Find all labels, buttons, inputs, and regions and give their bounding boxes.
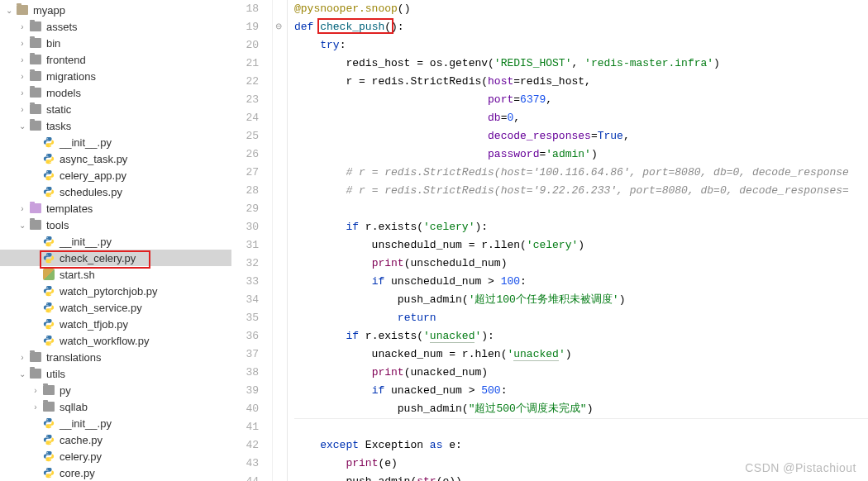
tree-item-cache-py[interactable]: cache.py (0, 431, 231, 448)
folder-icon (30, 121, 41, 131)
tree-item-migrations[interactable]: ›migrations (0, 68, 231, 84)
tree-item-sqllab[interactable]: ›sqllab (0, 398, 231, 415)
tree-item-models[interactable]: ›models (0, 84, 231, 101)
ide-container: ⌄myapp›assets›bin›frontend›migrations›mo… (0, 0, 868, 481)
code-token: port (488, 93, 513, 106)
code-token: r.exists( (365, 330, 423, 342)
code-line[interactable]: unacked_num = r.hlen('unacked') (294, 345, 868, 364)
tree-item-schedules-py[interactable]: schedules.py (0, 183, 231, 200)
code-editor[interactable]: 1819202122232425262728293031323334353637… (231, 0, 868, 481)
chevron-icon[interactable]: › (17, 72, 28, 81)
tree-item-celery-app-py[interactable]: celery_app.py (0, 167, 231, 183)
tree-item-check-celery-py[interactable]: check_celery.py (0, 250, 231, 266)
chevron-icon[interactable]: › (17, 353, 28, 362)
chevron-icon[interactable]: › (17, 55, 28, 64)
code-line[interactable]: @pysnooper.snoop() (294, 0, 868, 18)
code-line[interactable]: redis_host = os.getenv('REDIS_HOST', 're… (294, 55, 868, 73)
gutter-spacer (273, 400, 287, 418)
code-token: push_admin( (294, 402, 469, 415)
chevron-icon[interactable]: ⌄ (3, 6, 15, 15)
code-line[interactable]: r = redis.StrictRedis(host=redis_host, (294, 73, 868, 91)
gutter-spacer (273, 473, 287, 481)
code-token (294, 457, 346, 469)
code-line[interactable]: password='admin') (294, 145, 868, 164)
code-line[interactable]: print(unacked_num) (294, 364, 868, 382)
chevron-icon[interactable]: ⌄ (17, 121, 28, 131)
code-line[interactable]: try: (294, 36, 868, 55)
code-area[interactable]: @pysnooper.snoop()def check_push(): try:… (288, 0, 868, 481)
tree-item-celery-py[interactable]: celery.py (0, 448, 231, 464)
tree-item---init---py[interactable]: __init__.py (0, 415, 231, 431)
tree-item---init---py[interactable]: __init__.py (0, 233, 231, 250)
chevron-icon[interactable]: › (17, 204, 28, 213)
code-token: host (488, 75, 513, 88)
tree-item-watch-pytorchjob-py[interactable]: watch_pytorchjob.py (0, 283, 231, 299)
line-number: 21 (231, 55, 259, 73)
tree-item-watch-workflow-py[interactable]: watch_workflow.py (0, 332, 231, 349)
code-line[interactable]: except Exception as e: (294, 436, 868, 455)
code-token: 'celery' (527, 239, 578, 251)
tree-item---init---py[interactable]: __init__.py (0, 134, 231, 150)
chevron-icon[interactable]: › (17, 88, 28, 98)
chevron-icon[interactable]: ⌄ (17, 221, 28, 230)
code-token: print (346, 457, 378, 469)
tree-item-start-sh[interactable]: start.sh (0, 266, 231, 283)
tree-item-static[interactable]: ›static (0, 101, 231, 117)
tree-item-watch-service-py[interactable]: watch_service.py (0, 299, 231, 316)
tree-item-tools[interactable]: ⌄tools (0, 217, 231, 233)
code-line[interactable] (294, 418, 868, 436)
code-token: db (488, 112, 501, 124)
file-tree-sidebar[interactable]: ⌄myapp›assets›bin›frontend›migrations›mo… (0, 0, 231, 481)
code-line[interactable]: if r.exists('celery'): (294, 218, 868, 236)
code-line[interactable]: db=0, (294, 109, 868, 127)
tree-item-myapp[interactable]: ⌄myapp (0, 2, 231, 18)
code-token (294, 184, 346, 197)
code-token: password (488, 148, 539, 160)
code-line[interactable]: decode_responses=True, (294, 127, 868, 145)
code-token: = (591, 130, 598, 142)
tree-item-label: frontend (46, 54, 86, 66)
code-line[interactable]: port=6379, (294, 91, 868, 109)
tree-item-core-py[interactable]: core.py (0, 464, 231, 481)
tree-item-bin[interactable]: ›bin (0, 35, 231, 51)
chevron-icon[interactable]: ⌄ (17, 369, 28, 379)
code-line[interactable]: def check_push(): (294, 18, 868, 36)
code-line[interactable]: if r.exists('unacked'): (294, 327, 868, 345)
chevron-icon[interactable]: › (30, 386, 41, 395)
code-line[interactable] (294, 200, 868, 218)
code-token: unacked_num > (391, 384, 481, 397)
code-token: () (398, 2, 411, 15)
code-line[interactable]: if unscheduld_num > 100: (294, 273, 868, 291)
code-line[interactable]: print(unscheduld_num) (294, 255, 868, 273)
gutter-spacer (273, 309, 287, 327)
code-line[interactable]: # r = redis.StrictRedis(host='100.116.64… (294, 164, 868, 182)
tree-item-frontend[interactable]: ›frontend (0, 51, 231, 68)
chevron-icon[interactable]: › (17, 39, 28, 48)
code-line[interactable]: push_admin('超过100个任务堆积未被调度') (294, 291, 868, 309)
tree-item-utils[interactable]: ⌄utils (0, 365, 231, 382)
code-line[interactable]: return (294, 309, 868, 327)
tree-item-templates[interactable]: ›templates (0, 200, 231, 217)
chevron-icon[interactable]: › (17, 105, 28, 114)
tree-item-async-task-py[interactable]: async_task.py (0, 150, 231, 167)
code-line[interactable]: # r = redis.StrictRedis(host='9.22.26.23… (294, 182, 868, 200)
tree-item-watch-tfjob-py[interactable]: watch_tfjob.py (0, 316, 231, 332)
code-token: True (598, 130, 623, 142)
tree-item-tasks[interactable]: ⌄tasks (0, 117, 231, 134)
tree-item-assets[interactable]: ›assets (0, 18, 231, 35)
code-token: ): (481, 330, 494, 342)
code-token: (unacked_num) (404, 366, 488, 379)
fold-icon[interactable] (273, 18, 287, 36)
code-line[interactable]: unscheduld_num = r.llen('celery') (294, 236, 868, 255)
gutter-spacer (273, 291, 287, 309)
code-token: : (501, 384, 508, 397)
tree-item-translations[interactable]: ›translations (0, 349, 231, 365)
tree-item-py[interactable]: ›py (0, 382, 231, 398)
tree-item-label: __init__.py (60, 136, 112, 149)
code-line[interactable]: push_admin("超过500个调度未完成") (294, 400, 868, 418)
python-file-icon (43, 318, 55, 330)
chevron-icon[interactable]: › (17, 22, 28, 31)
folder-icon (30, 369, 41, 379)
code-line[interactable]: if unacked_num > 500: (294, 382, 868, 400)
chevron-icon[interactable]: › (30, 402, 41, 412)
